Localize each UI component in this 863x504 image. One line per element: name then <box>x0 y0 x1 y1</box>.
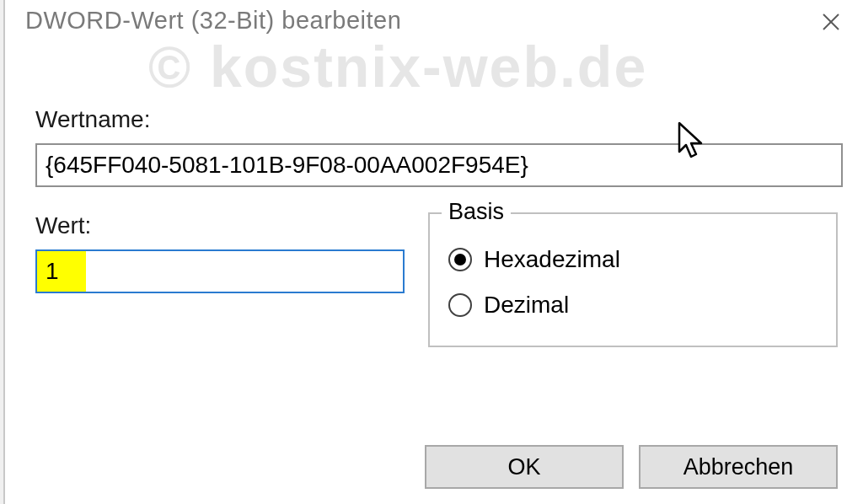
value-data-input[interactable] <box>37 251 403 292</box>
radio-hex[interactable]: Hexadezimal <box>448 246 817 273</box>
value-data-label: Wert: <box>35 212 405 239</box>
radio-hex-label: Hexadezimal <box>484 246 620 273</box>
basis-fieldset: Basis Hexadezimal Dezimal <box>428 212 838 347</box>
close-icon <box>821 12 841 32</box>
value-name-label: Wertname: <box>35 106 838 133</box>
edit-dword-dialog: © kostnix-web.de DWORD-Wert (32-Bit) bea… <box>3 0 863 504</box>
value-name-input[interactable] <box>35 143 843 187</box>
dialog-buttons: OK Abbrechen <box>425 445 838 489</box>
value-data-input-wrap <box>35 249 405 293</box>
radio-hex-indicator <box>448 248 472 271</box>
radio-dec-indicator <box>448 293 472 317</box>
radio-dec[interactable]: Dezimal <box>448 292 817 319</box>
titlebar: DWORD-Wert (32-Bit) bearbeiten <box>5 0 863 47</box>
radio-dec-label: Dezimal <box>484 292 569 319</box>
value-basis-row: Wert: Basis Hexadezimal Dezimal <box>35 212 838 347</box>
dialog-title: DWORD-Wert (32-Bit) bearbeiten <box>25 7 401 35</box>
basis-legend: Basis <box>442 199 511 225</box>
value-column: Wert: <box>35 212 405 347</box>
dialog-content: Wertname: Wert: Basis Hexadezimal Dezima… <box>5 47 863 347</box>
cancel-button[interactable]: Abbrechen <box>639 445 838 489</box>
ok-button[interactable]: OK <box>425 445 624 489</box>
close-button[interactable] <box>814 5 848 39</box>
